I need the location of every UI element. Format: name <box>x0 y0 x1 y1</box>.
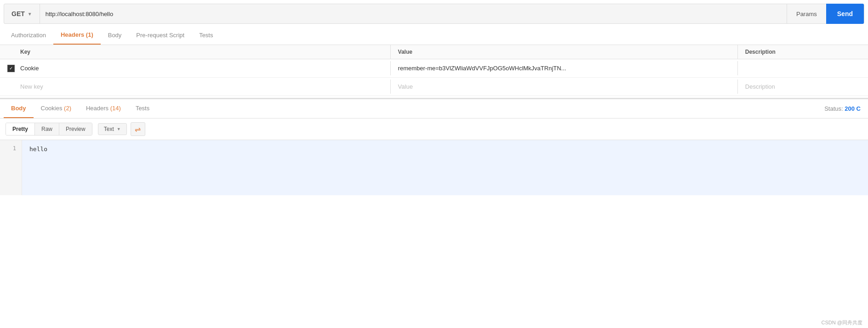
response-tab-body[interactable]: Body <box>4 99 34 118</box>
tab-headers[interactable]: Headers (1) <box>53 26 101 45</box>
status-code: 200 C <box>845 105 861 112</box>
new-header-row: New key Value Description <box>0 78 868 96</box>
code-content[interactable]: hello <box>22 140 868 195</box>
col-header-value: Value <box>391 45 738 59</box>
headers-badge: (1) <box>86 31 93 38</box>
response-tab-cookies[interactable]: Cookies (2) <box>34 99 79 118</box>
wrap-button[interactable]: ⇌ <box>131 122 145 136</box>
url-input[interactable] <box>40 11 787 17</box>
format-buttons: Pretty Raw Preview <box>6 123 92 136</box>
response-status: Status: 200 C <box>824 105 864 112</box>
line-numbers: 1 <box>0 140 22 195</box>
response-tabs-bar: Body Cookies (2) Headers (14) Tests Stat… <box>0 99 868 119</box>
tab-body[interactable]: Body <box>101 26 129 44</box>
wrap-icon: ⇌ <box>135 125 141 134</box>
response-tab-tests[interactable]: Tests <box>128 99 157 118</box>
tab-tests[interactable]: Tests <box>192 26 220 44</box>
headers-table: Key Value Description ✓ Cookie remember-… <box>0 45 868 96</box>
col-header-key: Key <box>18 45 391 59</box>
request-tabs-bar: Authorization Headers (1) Body Pre-reque… <box>0 26 868 45</box>
pretty-button[interactable]: Pretty <box>6 123 35 135</box>
tab-authorization[interactable]: Authorization <box>4 26 53 44</box>
method-chevron: ▼ <box>28 11 32 17</box>
header-desc-cell[interactable] <box>738 65 868 72</box>
tab-pre-request-script[interactable]: Pre-request Script <box>129 26 192 44</box>
response-toolbar: Pretty Raw Preview Text ▼ ⇌ <box>0 119 868 140</box>
send-button[interactable]: Send <box>826 4 864 24</box>
text-label: Text <box>104 126 114 132</box>
text-dropdown[interactable]: Text ▼ <box>98 123 127 135</box>
code-area: 1 hello <box>0 140 868 195</box>
header-key-cell[interactable]: Cookie <box>18 61 391 75</box>
text-chevron: ▼ <box>117 127 121 131</box>
response-headers-badge: (14) <box>110 105 121 112</box>
preview-button[interactable]: Preview <box>59 123 92 135</box>
cookies-badge: (2) <box>64 105 71 112</box>
check-icon: ✓ <box>9 66 13 71</box>
response-section: Body Cookies (2) Headers (14) Tests Stat… <box>0 98 868 195</box>
new-desc-input[interactable]: Description <box>738 79 868 94</box>
new-key-input[interactable]: New key <box>18 79 391 94</box>
table-row: ✓ Cookie remember-me=b3VlZWliaWdVVFJpOG5… <box>0 59 868 78</box>
raw-button[interactable]: Raw <box>35 123 59 135</box>
header-value-cell[interactable]: remember-me=b3VlZWliaWdVVFJpOG5oWHclMkJv… <box>391 61 738 75</box>
method-selector[interactable]: GET ▼ <box>4 4 40 23</box>
response-tab-headers[interactable]: Headers (14) <box>79 99 128 118</box>
col-header-description: Description <box>738 45 868 59</box>
params-button[interactable]: Params <box>787 4 826 23</box>
row-checkbox[interactable]: ✓ <box>7 65 15 72</box>
method-label: GET <box>11 10 25 17</box>
new-value-input[interactable]: Value <box>391 79 738 94</box>
